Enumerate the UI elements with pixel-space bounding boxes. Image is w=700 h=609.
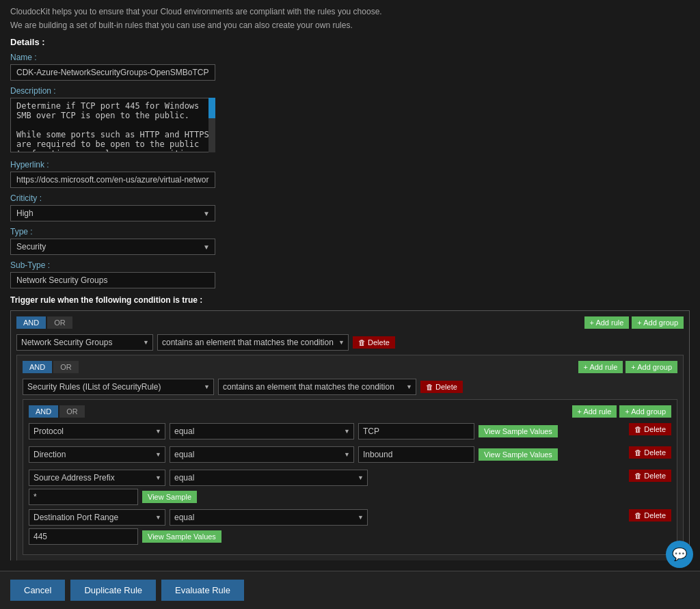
source-value-row: View Sample	[29, 489, 625, 505]
name-label: Name :	[10, 53, 690, 62]
inner-and-or-bar: AND OR + Add rule + Add group	[23, 361, 677, 373]
scrollbar-thumb	[208, 98, 215, 118]
source-address-delete-button[interactable]: 🗑 Delete	[629, 470, 671, 482]
evaluate-button[interactable]: Evaluate Rule	[161, 580, 244, 601]
criticity-select[interactable]: High	[10, 205, 215, 221]
type-label: Type :	[10, 227, 690, 236]
intro-line2: We are building a set of built-in rules …	[10, 21, 690, 30]
description-label: Description :	[10, 86, 690, 96]
protocol-row-content: Protocol equal View Sample Values	[29, 423, 625, 442]
outer-condition-wrapper: contains an element that matches the con…	[157, 334, 349, 351]
outer-rule-container: AND OR + Add rule + Add group Network Se…	[10, 310, 690, 560]
dest-port-sample-button[interactable]: View Sample Values	[142, 530, 221, 543]
hyperlink-label: Hyperlink :	[10, 160, 690, 170]
direction-op-wrapper: equal	[170, 446, 354, 463]
name-input[interactable]	[10, 64, 215, 81]
inner-add-group-button[interactable]: + Add group	[625, 361, 677, 373]
details-label: Details :	[10, 37, 690, 47]
inner-delete-button[interactable]: 🗑 Delete	[420, 381, 463, 393]
direction-field-wrapper: Direction	[29, 446, 165, 463]
hyperlink-input[interactable]	[10, 172, 215, 188]
trigger-label: Trigger rule when the following conditio…	[10, 295, 690, 305]
outer-delete-button[interactable]: 🗑 Delete	[353, 336, 395, 349]
inner-add-rule-button[interactable]: + Add rule	[578, 361, 623, 373]
inner-condition-wrapper: contains an element that matches the con…	[218, 379, 416, 395]
source-address-inner-row: Source Address Prefix equal	[29, 470, 625, 486]
security-rules-row: Security Rules (IList of SecurityRule) c…	[23, 379, 677, 395]
bottom-bar: Cancel Duplicate Rule Evaluate Rule	[0, 571, 700, 609]
protocol-value-input[interactable]	[358, 423, 474, 439]
outer-or-button[interactable]: OR	[47, 316, 72, 329]
source-address-field-select[interactable]: Source Address Prefix	[29, 470, 165, 486]
inner-and-button[interactable]: AND	[23, 361, 52, 373]
outer-and-or-bar: AND OR + Add rule + Add group	[16, 316, 684, 329]
direction-inner-row: Direction equal View Sample Values	[29, 446, 625, 463]
description-scrollbar	[208, 98, 215, 152]
outer-add-rule-button[interactable]: + Add rule	[584, 316, 630, 329]
outer-add-buttons: + Add rule + Add group	[584, 316, 684, 329]
direction-field-select[interactable]: Direction	[29, 446, 165, 463]
protocol-op-wrapper: equal	[170, 423, 354, 439]
innermost-and-button[interactable]: AND	[29, 405, 58, 418]
protocol-field-select[interactable]: Protocol	[29, 423, 165, 439]
direction-op-select[interactable]: equal	[170, 446, 354, 463]
dest-port-field-wrapper: Destination Port Range	[29, 509, 165, 526]
nsg-select-wrapper: Network Security Groups	[16, 334, 153, 351]
direction-value-input[interactable]	[358, 446, 474, 463]
outer-and-button[interactable]: AND	[16, 316, 46, 329]
chat-button[interactable]: 💬	[666, 541, 693, 568]
source-address-sample-button[interactable]: View Sample	[142, 491, 197, 503]
protocol-sample-button[interactable]: View Sample Values	[479, 425, 558, 437]
dest-port-row: Destination Port Range equal	[29, 509, 671, 545]
protocol-inner-row: Protocol equal View Sample Values	[29, 423, 625, 439]
intro-line1: CloudocKit helps you to ensure that your…	[10, 7, 690, 16]
source-address-value-input[interactable]	[29, 489, 138, 505]
dest-port-op-wrapper: equal	[170, 509, 368, 526]
security-rules-select[interactable]: Security Rules (IList of SecurityRule)	[23, 379, 214, 395]
description-input[interactable]: Determine if TCP port 445 for Windows SM…	[10, 98, 215, 152]
delete-icon: 🗑	[358, 338, 366, 347]
direction-delete-button[interactable]: 🗑 Delete	[629, 446, 671, 459]
outer-and-or-buttons: AND OR	[16, 316, 72, 329]
source-address-content: Source Address Prefix equal	[29, 470, 625, 505]
protocol-delete-icon: 🗑	[634, 425, 642, 433]
type-select[interactable]: Security	[10, 239, 215, 255]
inner-condition-select[interactable]: contains an element that matches the con…	[218, 379, 416, 395]
subtype-label: Sub-Type :	[10, 260, 690, 270]
outer-condition-select[interactable]: contains an element that matches the con…	[157, 334, 349, 351]
dest-port-delete-icon: 🗑	[634, 511, 642, 519]
innermost-or-button[interactable]: OR	[59, 405, 85, 418]
innermost-add-buttons: + Add rule + Add group	[572, 405, 671, 418]
inner-rule-container: AND OR + Add rule + Add group Security R…	[16, 355, 684, 560]
protocol-delete-button[interactable]: 🗑 Delete	[629, 423, 671, 435]
inner-and-or-buttons: AND OR	[23, 361, 79, 373]
dest-port-delete-button[interactable]: 🗑 Delete	[629, 509, 671, 522]
dest-port-inner-row: Destination Port Range equal	[29, 509, 625, 526]
protocol-row: Protocol equal View Sample Values	[29, 423, 671, 442]
source-address-field-wrapper: Source Address Prefix	[29, 470, 165, 486]
direction-delete-icon: 🗑	[634, 448, 642, 457]
dest-port-field-select[interactable]: Destination Port Range	[29, 509, 165, 526]
source-address-op-select[interactable]: equal	[170, 470, 368, 486]
innermost-add-rule-button[interactable]: + Add rule	[572, 405, 617, 418]
chat-icon: 💬	[672, 547, 687, 562]
nsg-condition-row: Network Security Groups contains an elem…	[16, 334, 684, 351]
nsg-select[interactable]: Network Security Groups	[16, 334, 153, 351]
direction-sample-button[interactable]: View Sample Values	[479, 448, 558, 461]
innermost-and-or-buttons: AND OR	[29, 405, 85, 418]
dest-port-content: Destination Port Range equal	[29, 509, 625, 545]
protocol-op-select[interactable]: equal	[170, 423, 354, 439]
duplicate-button[interactable]: Duplicate Rule	[70, 580, 156, 601]
inner-or-button[interactable]: OR	[53, 361, 79, 373]
direction-row: Direction equal View Sample Values	[29, 446, 671, 465]
dest-port-op-select[interactable]: equal	[170, 509, 368, 526]
cancel-button[interactable]: Cancel	[10, 580, 65, 601]
innermost-add-group-button[interactable]: + Add group	[619, 405, 671, 418]
dest-port-value-row: View Sample Values	[29, 528, 625, 545]
criticity-label: Criticity :	[10, 193, 690, 203]
security-rules-wrapper: Security Rules (IList of SecurityRule)	[23, 379, 214, 395]
inner-add-buttons: + Add rule + Add group	[578, 361, 677, 373]
dest-port-value-input[interactable]	[29, 528, 138, 545]
innermost-rule-container: AND OR + Add rule + Add group	[23, 399, 677, 555]
outer-add-group-button[interactable]: + Add group	[632, 316, 684, 329]
